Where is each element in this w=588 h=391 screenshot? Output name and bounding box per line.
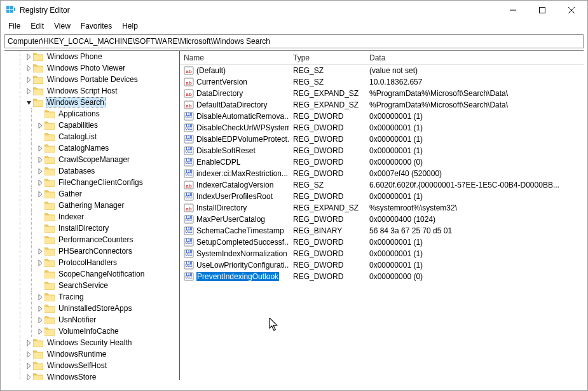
tree-node[interactable]: CrawlScopeManager: [4, 154, 179, 165]
tree-node[interactable]: WindowsSelfHost: [4, 360, 179, 371]
expand-toggle[interactable]: [25, 373, 32, 380]
value-row[interactable]: abDataDirectory REG_EXPAND_SZ %ProgramDa…: [180, 88, 584, 99]
expand-toggle[interactable]: [25, 76, 32, 83]
value-row[interactable]: abIndexerCatalogVersion REG_SZ 6.6020f.6…: [180, 179, 584, 191]
value-row[interactable]: 011110DisableSoftReset REG_DWORD 0x00000…: [180, 145, 584, 156]
expand-toggle[interactable]: [36, 121, 44, 129]
tree-node[interactable]: CatalogNames: [4, 142, 179, 154]
expand-toggle[interactable]: [36, 305, 44, 312]
tree-node[interactable]: CatalogList: [4, 131, 179, 142]
tree-node[interactable]: ScopeChangeNotification: [4, 268, 179, 280]
tree-node[interactable]: SearchService: [4, 280, 179, 291]
menu-help[interactable]: Help: [118, 20, 142, 32]
horizontal-scrollbar[interactable]: [4, 380, 584, 390]
tree-node[interactable]: PerformanceCounters: [4, 234, 179, 245]
value-row[interactable]: 011110SchemaCacheTimestamp REG_BINARY 56…: [180, 225, 584, 237]
value-row[interactable]: 011110SystemIndexNormalization REG_DWORD…: [180, 248, 584, 259]
tree-node[interactable]: Windows Script Host: [4, 85, 179, 97]
expand-toggle[interactable]: [25, 339, 32, 346]
value-row[interactable]: 011110indexer:ci:MaxRestriction... REG_D…: [180, 168, 584, 179]
column-type[interactable]: Type: [289, 51, 366, 65]
tree-node[interactable]: Applications: [4, 108, 179, 120]
value-row[interactable]: 011110DisableCheckUrlWPSystem REG_DWORD …: [180, 122, 584, 134]
titlebar[interactable]: Registry Editor: [1, 1, 587, 20]
value-row[interactable]: 011110IndexUserProfilesRoot REG_DWORD 0x…: [180, 191, 584, 202]
menu-edit[interactable]: Edit: [27, 20, 48, 32]
tree-node[interactable]: Windows Portable Devices: [4, 74, 179, 85]
tree-label: ScopeChangeNotification: [57, 270, 146, 278]
tree-node[interactable]: Capabilities: [4, 120, 179, 131]
menu-file[interactable]: File: [4, 20, 24, 32]
expand-toggle[interactable]: [36, 259, 44, 266]
expand-toggle[interactable]: [36, 316, 44, 324]
expand-toggle[interactable]: [25, 64, 32, 72]
value-row[interactable]: 011110MaxPerUserCatalog REG_DWORD 0x0000…: [180, 214, 584, 225]
expand-toggle[interactable]: [36, 156, 44, 163]
expand-toggle[interactable]: [36, 144, 44, 152]
expand-toggle[interactable]: [36, 110, 44, 118]
expand-toggle[interactable]: [36, 133, 44, 141]
expand-toggle[interactable]: [36, 236, 44, 244]
expand-toggle[interactable]: [36, 167, 44, 175]
value-row[interactable]: 011110UseLowPriorityConfigurati... REG_D…: [180, 259, 584, 271]
tree-node[interactable]: InstallDirectory: [4, 223, 179, 234]
minimize-button[interactable]: [498, 1, 528, 20]
expand-toggle[interactable]: [25, 362, 32, 369]
value-row[interactable]: 011110SetupCompletedSuccessf... REG_DWOR…: [180, 237, 584, 248]
expand-toggle[interactable]: [36, 282, 44, 289]
tree-node[interactable]: PHSearchConnectors: [4, 245, 179, 257]
expand-toggle[interactable]: [36, 213, 44, 221]
address-bar[interactable]: Computer\HKEY_LOCAL_MACHINE\SOFTWARE\Mic…: [4, 34, 584, 48]
tree-node[interactable]: UninstalledStoreApps: [4, 303, 179, 314]
menu-view[interactable]: View: [50, 20, 74, 32]
value-data: 0x0007ef40 (520000): [366, 169, 584, 178]
value-row[interactable]: abInstallDirectory REG_EXPAND_SZ %system…: [180, 202, 584, 214]
tree-label: SearchService: [57, 281, 109, 290]
value-row[interactable]: ab(Default) REG_SZ (value not set): [180, 65, 584, 76]
expand-toggle[interactable]: [25, 53, 32, 60]
tree-node[interactable]: Windows Photo Viewer: [4, 62, 179, 74]
column-name[interactable]: Name: [180, 51, 289, 65]
tree-node[interactable]: Windows Phone: [4, 51, 179, 62]
tree-node[interactable]: VolumeInfoCache: [4, 326, 179, 337]
binary-value-icon: 011110: [184, 237, 194, 247]
list-pane[interactable]: Name Type Data ab(Default) REG_SZ (value…: [180, 51, 584, 380]
maximize-button[interactable]: [528, 1, 557, 20]
value-row[interactable]: 011110DisableAutomaticRemova... REG_DWOR…: [180, 111, 584, 122]
value-row[interactable]: abDefaultDataDirectory REG_EXPAND_SZ %Pr…: [180, 99, 584, 111]
tree-node[interactable]: Windows Security Health: [4, 337, 179, 348]
tree-node[interactable]: Indexer: [4, 211, 179, 223]
tree-node[interactable]: Tracing: [4, 291, 179, 303]
expand-toggle[interactable]: [36, 224, 44, 232]
tree-node[interactable]: Windows Search: [4, 97, 179, 108]
tree-node[interactable]: Databases: [4, 165, 179, 177]
menu-favorites[interactable]: Favorites: [77, 20, 116, 32]
tree-label: PerformanceCounters: [57, 235, 134, 244]
binary-value-icon: 011110: [184, 168, 194, 179]
value-row[interactable]: 011110PreventIndexingOutlook REG_DWORD 0…: [180, 271, 584, 282]
tree-node[interactable]: Gathering Manager: [4, 200, 179, 211]
value-row[interactable]: abCurrentVersion REG_SZ 10.0.18362.657: [180, 76, 584, 88]
expand-toggle[interactable]: [25, 350, 32, 358]
value-row[interactable]: 011110EnableCDPL REG_DWORD 0x00000000 (0…: [180, 156, 584, 168]
expand-toggle[interactable]: [36, 202, 44, 209]
expand-toggle[interactable]: [36, 179, 44, 186]
column-data[interactable]: Data: [366, 51, 584, 65]
tree-node[interactable]: UsnNotifier: [4, 314, 179, 326]
expand-toggle[interactable]: [36, 247, 44, 255]
tree-node[interactable]: WindowsStore: [4, 371, 179, 380]
expand-toggle[interactable]: [36, 190, 44, 198]
expand-toggle[interactable]: [25, 87, 32, 95]
close-button[interactable]: [557, 1, 586, 20]
tree-node[interactable]: WindowsRuntime: [4, 348, 179, 360]
expand-toggle[interactable]: [36, 327, 44, 335]
tree-pane[interactable]: Windows Phone Windows Photo Viewer Windo…: [4, 51, 180, 380]
tree-label: CatalogList: [57, 132, 98, 141]
value-row[interactable]: 011110DisableEDPVolumeProtect... REG_DWO…: [180, 134, 584, 145]
tree-node[interactable]: FileChangeClientConfigs: [4, 177, 179, 188]
expand-toggle[interactable]: [36, 270, 44, 278]
tree-node[interactable]: ProtocolHandlers: [4, 257, 179, 268]
expand-toggle[interactable]: [36, 293, 44, 301]
expand-toggle[interactable]: [25, 99, 32, 106]
tree-node[interactable]: Gather: [4, 188, 179, 200]
